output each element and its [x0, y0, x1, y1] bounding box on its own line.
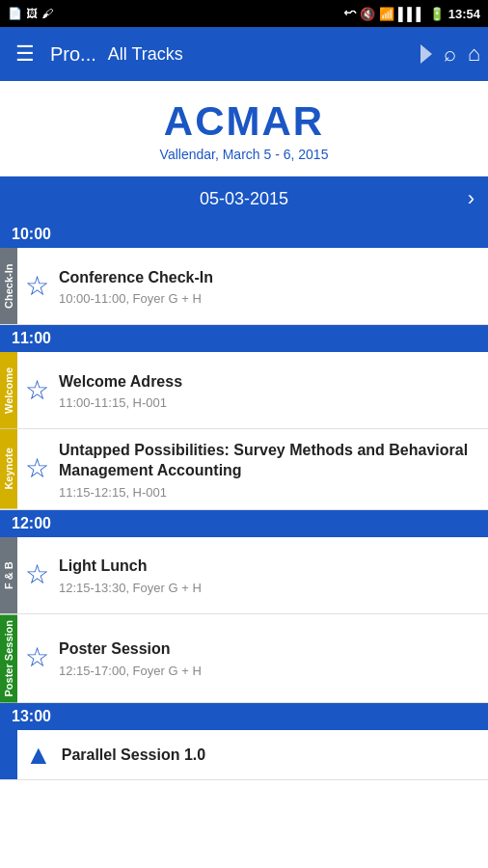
item-title-lunch: Light Lunch [59, 556, 480, 577]
item-meta-checkin: 10:00-11:00, Foyer G + H [59, 291, 480, 306]
schedule-item-lunch: F & B ☆ Light Lunch 12:15-13:30, Foyer G… [0, 537, 488, 614]
bluetooth-icon: ⬿ [343, 7, 356, 21]
star-icon-poster[interactable]: ☆ [25, 644, 49, 671]
doc-icon: 📄 [8, 7, 22, 20]
track-label-keynote: Keynote [0, 429, 17, 509]
track-label-checkin: Check-In [0, 248, 17, 324]
item-content-parallel: Parallel Session 1.0 [62, 730, 488, 779]
wifi-icon: 📶 [379, 7, 394, 21]
signal-icon: ▌▌▌ [398, 7, 425, 21]
top-nav: ☰ Pro... All Tracks ⌕ ⌂ [0, 27, 488, 81]
time-header-13: 13:00 [0, 703, 488, 730]
home-icon[interactable]: ⌂ [468, 41, 480, 67]
time-header-10: 10:00 [0, 221, 488, 248]
brush-icon: 🖌 [41, 7, 53, 20]
track-label-poster: Poster Session [0, 614, 17, 702]
star-col-keynote[interactable]: ☆ [17, 429, 59, 509]
item-content-welcome: Welcome Adress 11:00-11:15, H-001 [59, 352, 488, 428]
battery-icon: 🔋 [429, 7, 445, 21]
star-icon-checkin[interactable]: ☆ [25, 273, 49, 300]
conference-subtitle: Vallendar, March 5 - 6, 2015 [0, 147, 488, 162]
conference-title: ACMAR [0, 98, 488, 145]
item-title-poster: Poster Session [59, 639, 480, 660]
clock: 13:54 [448, 7, 480, 21]
item-title-checkin: Conference Check-In [59, 268, 480, 288]
star-col-lunch[interactable]: ☆ [17, 537, 59, 613]
star-icon-lunch[interactable]: ☆ [25, 561, 49, 588]
date-bar: 05-03-2015 › [0, 176, 488, 221]
item-meta-lunch: 12:15-13:30, Foyer G + H [59, 581, 480, 595]
item-meta-welcome: 11:00-11:15, H-001 [59, 395, 480, 410]
schedule-item-checkin: Check-In ☆ Conference Check-In 10:00-11:… [0, 248, 488, 325]
track-label-fb: F & B [0, 537, 17, 613]
star-col-checkin[interactable]: ☆ [17, 248, 59, 324]
item-content-checkin: Conference Check-In 10:00-11:00, Foyer G… [59, 248, 488, 324]
next-date-button[interactable]: › [468, 186, 474, 211]
status-left-icons: 📄 🖼 🖌 [8, 7, 53, 20]
time-header-11: 11:00 [0, 325, 488, 352]
item-content-lunch: Light Lunch 12:15-13:30, Foyer G + H [59, 537, 488, 613]
star-col-poster[interactable]: ☆ [17, 614, 59, 702]
current-date: 05-03-2015 [200, 189, 288, 209]
track-label-welcome: Welcome [0, 352, 17, 428]
item-title-welcome: Welcome Adress [59, 372, 480, 393]
dropdown-icon[interactable] [420, 44, 432, 64]
mute-icon: 🔇 [360, 7, 375, 21]
star-col-welcome[interactable]: ☆ [17, 352, 59, 428]
item-meta-keynote: 11:15-12:15, H-001 [59, 485, 480, 500]
star-icon-keynote[interactable]: ☆ [25, 455, 49, 482]
schedule-item-welcome: Welcome ☆ Welcome Adress 11:00-11:15, H-… [0, 352, 488, 429]
all-tracks-label: All Tracks [108, 44, 413, 65]
item-content-keynote: Untapped Possibilities: Survey Methods a… [59, 429, 488, 509]
conference-header: ACMAR Vallendar, March 5 - 6, 2015 [0, 81, 488, 176]
menu-icon[interactable]: ☰ [8, 41, 42, 67]
status-right-icons: ⬿ 🔇 📶 ▌▌▌ 🔋 13:54 [343, 7, 480, 21]
star-icon-welcome[interactable]: ☆ [25, 377, 49, 404]
track-label-parallel [0, 730, 17, 779]
time-header-12: 12:00 [0, 510, 488, 537]
schedule-item-keynote: Keynote ☆ Untapped Possibilities: Survey… [0, 429, 488, 510]
item-content-poster: Poster Session 12:15-17:00, Foyer G + H [59, 614, 488, 702]
item-meta-poster: 12:15-17:00, Foyer G + H [59, 664, 480, 678]
image-icon: 🖼 [26, 7, 38, 20]
status-bar: 📄 🖼 🖌 ⬿ 🔇 📶 ▌▌▌ 🔋 13:54 [0, 0, 488, 27]
schedule-item-parallel: ▲ Parallel Session 1.0 [0, 730, 488, 780]
search-icon[interactable]: ⌕ [444, 41, 456, 67]
schedule-item-poster: Poster Session ☆ Poster Session 12:15-17… [0, 614, 488, 703]
item-title-keynote: Untapped Possibilities: Survey Methods a… [59, 441, 480, 481]
app-title: Pro... [50, 43, 96, 66]
nav-icons: ⌕ ⌂ [420, 41, 480, 67]
star-col-parallel[interactable]: ▲ [17, 730, 62, 779]
star-icon-parallel[interactable]: ▲ [25, 742, 52, 769]
item-title-parallel: Parallel Session 1.0 [62, 746, 480, 766]
